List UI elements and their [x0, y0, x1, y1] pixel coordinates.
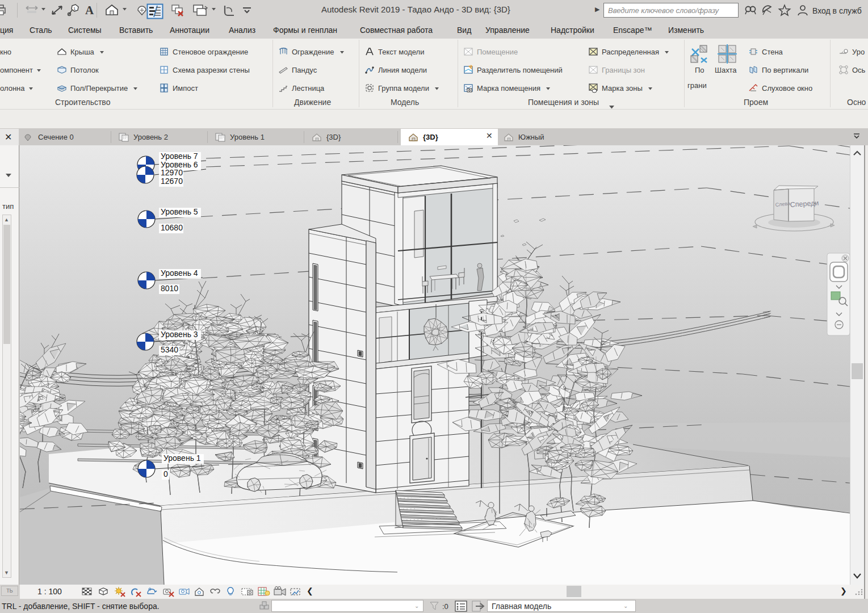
svg-text:8010: 8010: [161, 284, 178, 293]
svg-text:Уровень 3: Уровень 3: [161, 330, 198, 339]
svg-text:1: 1: [73, 6, 76, 11]
svg-text:Уровень 4: Уровень 4: [161, 268, 198, 278]
svg-text:10680: 10680: [161, 223, 183, 232]
svg-text:0: 0: [163, 469, 168, 478]
svg-text:12670: 12670: [161, 177, 183, 186]
svg-text:5340: 5340: [161, 345, 178, 354]
svg-text:12970: 12970: [161, 168, 183, 177]
svg-text:Уровень 5: Уровень 5: [161, 207, 198, 216]
svg-text:Уровень 1: Уровень 1: [163, 454, 201, 463]
svg-text:Уровень 7: Уровень 7: [161, 152, 198, 161]
